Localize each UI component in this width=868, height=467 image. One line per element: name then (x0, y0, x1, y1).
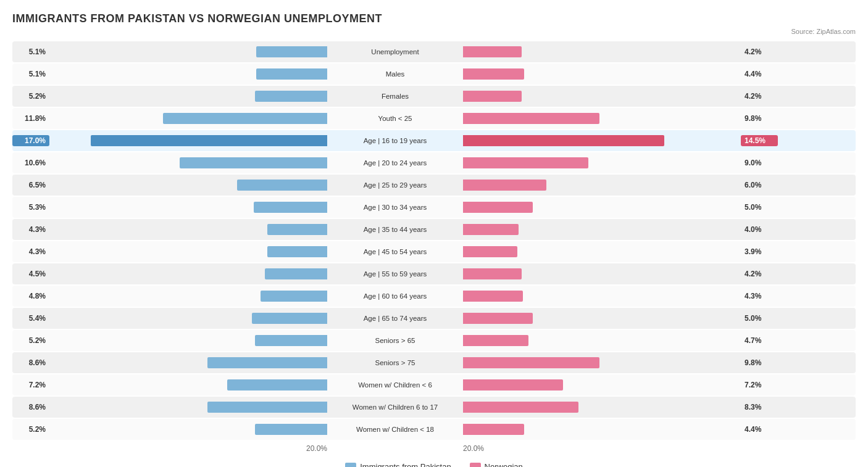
bar-label: Females (327, 93, 463, 100)
left-bar-wrap (49, 68, 327, 80)
right-bar (463, 224, 519, 235)
bar-label: Age | 55 to 59 years (327, 270, 463, 278)
left-bar (163, 113, 327, 124)
left-bar-wrap (49, 91, 327, 102)
right-value: 5.0% (741, 314, 778, 323)
bar-row: 11.8% Youth < 25 9.8% (12, 108, 856, 129)
axis-right-label: 20.0% (463, 444, 741, 453)
right-bar-wrap (463, 113, 741, 124)
left-value: 6.5% (12, 181, 49, 189)
left-bar-wrap (49, 357, 327, 368)
bar-label: Age | 25 to 29 years (327, 181, 463, 189)
right-value: 9.0% (741, 159, 778, 167)
left-bar (261, 291, 327, 302)
right-bar-wrap (463, 224, 741, 235)
bar-label: Age | 65 to 74 years (327, 315, 463, 322)
right-value: 6.0% (741, 181, 778, 189)
left-value: 4.3% (12, 225, 49, 234)
right-value: 9.8% (741, 358, 778, 367)
right-value: 4.4% (741, 425, 778, 434)
left-bar-wrap (49, 335, 327, 346)
right-bar-wrap (463, 91, 741, 102)
source-label: Source: ZipAtlas.com (12, 28, 856, 35)
left-bar (265, 268, 327, 279)
left-bar (91, 135, 327, 146)
left-bar (255, 424, 327, 435)
left-bar-wrap (49, 135, 327, 146)
right-bar-wrap (463, 335, 741, 346)
bar-row: 5.2% Females 4.2% (12, 86, 856, 107)
right-bar (463, 91, 522, 102)
bar-label: Age | 45 to 54 years (327, 248, 463, 255)
right-bar (463, 113, 599, 124)
right-value: 4.7% (741, 336, 778, 345)
bar-row: 4.8% Age | 60 to 64 years 4.3% (12, 286, 856, 307)
chart-legend: Immigrants from Pakistan Norwegian (12, 462, 856, 467)
left-value: 5.1% (12, 48, 49, 56)
left-bar-wrap (49, 157, 327, 168)
legend-box-blue (345, 463, 356, 468)
right-bar-wrap (463, 246, 741, 257)
legend-item-blue: Immigrants from Pakistan (345, 462, 451, 467)
bar-label: Age | 60 to 64 years (327, 292, 463, 300)
right-bar (463, 335, 528, 346)
bar-row: 5.3% Age | 30 to 34 years 5.0% (12, 197, 856, 218)
bar-row: 10.6% Age | 20 to 24 years 9.0% (12, 152, 856, 173)
bar-label: Age | 20 to 24 years (327, 159, 463, 167)
left-bar (207, 402, 327, 413)
legend-item-pink: Norwegian (470, 462, 523, 467)
right-bar (463, 246, 517, 257)
bar-label: Age | 30 to 34 years (327, 204, 463, 211)
left-value: 5.3% (12, 203, 49, 212)
right-bar (463, 313, 533, 324)
left-bar-wrap (49, 268, 327, 279)
left-bar-wrap (49, 402, 327, 413)
bar-label: Age | 16 to 19 years (327, 137, 463, 144)
right-value: 4.3% (741, 292, 778, 300)
left-bar-wrap (49, 224, 327, 235)
left-bar (227, 379, 327, 391)
left-bar (252, 313, 327, 324)
right-value: 7.2% (741, 381, 778, 389)
left-bar (267, 246, 327, 257)
bar-label: Women w/ Children 6 to 17 (327, 403, 463, 411)
right-bar-wrap (463, 46, 741, 57)
left-bar (256, 46, 327, 57)
right-bar-wrap (463, 157, 741, 168)
right-value: 5.0% (741, 203, 778, 212)
right-value: 4.2% (741, 270, 778, 278)
legend-label-blue: Immigrants from Pakistan (360, 462, 451, 467)
bar-row: 6.5% Age | 25 to 29 years 6.0% (12, 175, 856, 196)
right-bar (463, 46, 522, 57)
bar-row: 4.3% Age | 35 to 44 years 4.0% (12, 219, 856, 240)
left-value: 5.2% (12, 336, 49, 345)
left-bar-wrap (49, 246, 327, 257)
axis-row: 20.0% 20.0% (12, 441, 856, 456)
right-bar-wrap (463, 313, 741, 324)
right-bar (463, 68, 524, 80)
right-value: 8.3% (741, 403, 778, 411)
left-value: 5.4% (12, 314, 49, 323)
right-bar (463, 157, 588, 168)
right-value: 3.9% (741, 247, 778, 256)
left-bar-wrap (49, 313, 327, 324)
left-value: 4.8% (12, 292, 49, 300)
bar-label: Women w/ Children < 18 (327, 426, 463, 433)
axis-left-label: 20.0% (49, 444, 327, 453)
left-bar (255, 91, 327, 102)
left-bar-wrap (49, 46, 327, 57)
bar-label: Women w/ Children < 6 (327, 381, 463, 389)
right-bar-wrap (463, 180, 741, 191)
left-value: 17.0% (12, 135, 49, 146)
bar-row: 17.0% Age | 16 to 19 years 14.5% (12, 130, 856, 151)
right-bar-wrap (463, 68, 741, 80)
left-value: 4.5% (12, 270, 49, 278)
right-bar-wrap (463, 135, 741, 146)
left-bar-wrap (49, 113, 327, 124)
legend-box-pink (470, 463, 481, 468)
left-bar-wrap (49, 291, 327, 302)
bar-row: 5.1% Males 4.4% (12, 64, 856, 85)
right-bar (463, 402, 578, 413)
legend-label-pink: Norwegian (485, 462, 523, 467)
left-bar (254, 202, 327, 213)
